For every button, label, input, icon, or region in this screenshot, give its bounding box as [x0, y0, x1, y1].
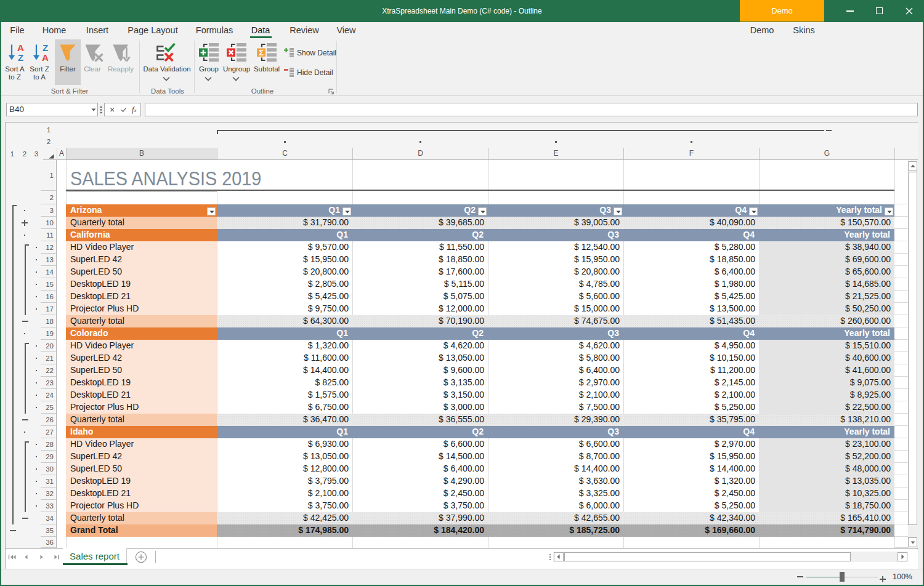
svg-text:Σ: Σ	[259, 48, 264, 57]
